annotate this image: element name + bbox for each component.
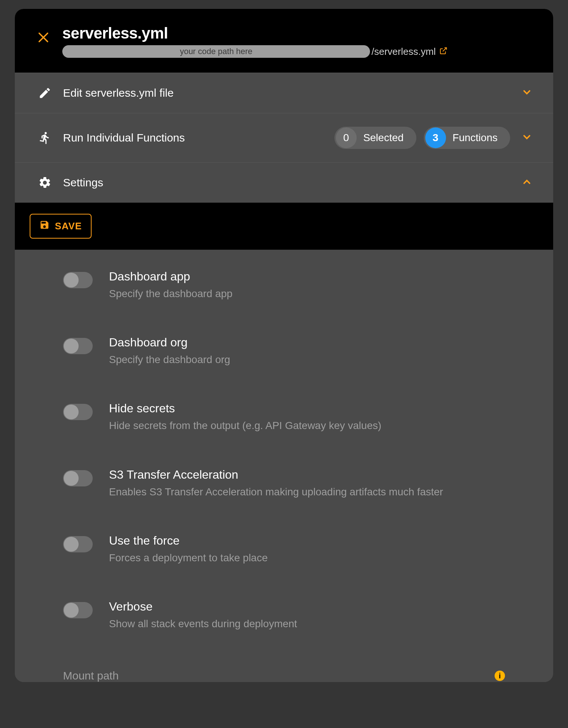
edit-section-row[interactable]: Edit serverless.yml file [15, 73, 553, 113]
setting-dashboard-app: Dashboard app Specify the dashboard app [37, 270, 531, 336]
save-bar: SAVE [15, 203, 553, 250]
settings-section-label: Settings [63, 176, 103, 189]
selected-pill-label: Selected [363, 132, 404, 144]
setting-use-the-force: Use the force Forces a deployment to tak… [37, 534, 531, 600]
setting-desc: Show all stack events during deployment [109, 616, 531, 631]
setting-title: Use the force [109, 534, 531, 548]
setting-s3-transfer-acceleration: S3 Transfer Acceleration Enables S3 Tran… [37, 468, 531, 534]
toggle-switch[interactable] [63, 338, 93, 354]
setting-desc: Hide secrets from the output (e.g. API G… [109, 418, 531, 433]
external-link-icon[interactable] [439, 47, 448, 56]
settings-section-row[interactable]: Settings [15, 162, 553, 203]
info-icon[interactable]: i [495, 671, 505, 681]
code-path-placeholder: your code path here [62, 45, 370, 58]
toggle-switch[interactable] [63, 602, 93, 618]
mount-path-label: Mount path [63, 669, 495, 682]
file-path-suffix: /serverless.yml [370, 46, 439, 57]
setting-dashboard-org: Dashboard org Specify the dashboard org [37, 336, 531, 402]
setting-desc: Forces a deployment to take place [109, 551, 531, 565]
setting-desc: Specify the dashboard app [109, 286, 531, 301]
setting-desc: Specify the dashboard org [109, 352, 531, 367]
save-button[interactable]: SAVE [30, 214, 92, 239]
mount-path-row: Mount path i [37, 666, 531, 682]
functions-pill-label: Functions [453, 132, 498, 144]
setting-title: Verbose [109, 600, 531, 614]
settings-body: Dashboard app Specify the dashboard app … [15, 250, 553, 682]
toggle-switch[interactable] [63, 272, 93, 288]
panel-header: serverless.yml your code path here /serv… [15, 9, 553, 73]
setting-hide-secrets: Hide secrets Hide secrets from the outpu… [37, 402, 531, 468]
setting-title: Dashboard org [109, 336, 531, 349]
functions-count-badge: 3 [425, 127, 446, 148]
edit-section-label: Edit serverless.yml file [63, 87, 174, 99]
setting-verbose: Verbose Show all stack events during dep… [37, 600, 531, 666]
run-pill-group: 0 Selected 3 Functions [334, 127, 510, 149]
setting-title: Hide secrets [109, 402, 531, 415]
toggle-switch[interactable] [63, 536, 93, 552]
toggle-switch[interactable] [63, 470, 93, 486]
run-section-row[interactable]: Run Individual Functions 0 Selected 3 Fu… [15, 113, 553, 162]
chevron-down-icon [521, 87, 532, 99]
gear-icon [37, 176, 53, 189]
selected-count-badge: 0 [336, 127, 357, 148]
setting-title: Dashboard app [109, 270, 531, 283]
setting-title: S3 Transfer Acceleration [109, 468, 531, 482]
close-icon[interactable] [37, 31, 50, 44]
selected-pill: 0 Selected [334, 127, 416, 149]
toggle-switch[interactable] [63, 404, 93, 420]
run-section-label: Run Individual Functions [63, 132, 185, 144]
pencil-icon [37, 86, 53, 100]
save-button-label: SAVE [55, 220, 82, 232]
setting-desc: Enables S3 Transfer Acceleration making … [109, 485, 531, 499]
chevron-up-icon [521, 176, 532, 189]
serverless-panel: serverless.yml your code path here /serv… [15, 9, 553, 682]
functions-pill: 3 Functions [424, 127, 510, 149]
run-icon [37, 131, 53, 144]
panel-title: serverless.yml [62, 24, 538, 42]
chevron-down-icon [521, 132, 532, 144]
save-icon [39, 220, 50, 233]
